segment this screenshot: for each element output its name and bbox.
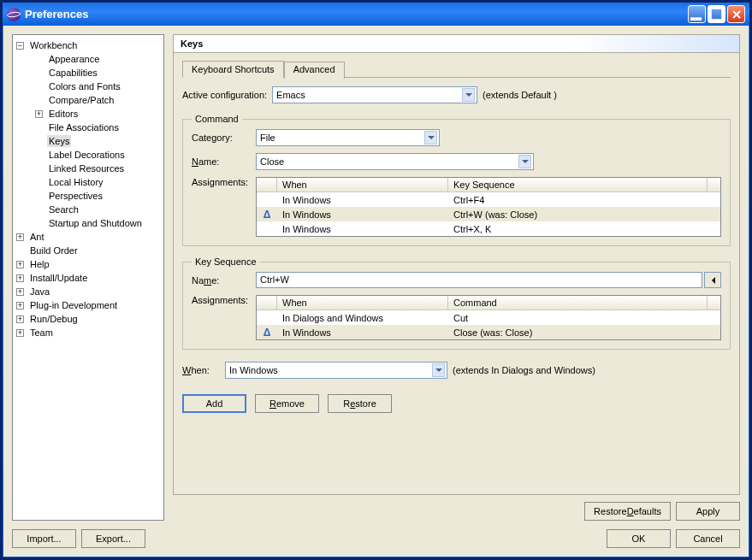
tree-item[interactable]: Compare/Patch [13, 93, 163, 107]
chevron-down-icon [462, 88, 475, 102]
tree-item[interactable]: File Associations [13, 121, 163, 134]
tree-item-label: Team [28, 327, 55, 339]
tree-item[interactable]: Local History [13, 175, 163, 189]
tree-item-label: Run/Debug [28, 313, 80, 325]
tree-item-label: Linked Resources [47, 162, 126, 174]
restore-defaults-button[interactable]: Restore Defaults [584, 502, 671, 521]
tree-item[interactable]: +Help [13, 257, 163, 271]
tree-item[interactable]: +Editors [13, 107, 163, 121]
tab-bar: Keyboard Shortcuts Advanced [182, 60, 731, 78]
restore-button[interactable]: Restore [328, 394, 392, 413]
when-select[interactable]: In Windows [225, 362, 447, 379]
tree-item[interactable]: +Ant [13, 230, 163, 244]
tree-item[interactable]: Capabilities [13, 66, 163, 80]
expand-icon[interactable]: + [16, 274, 24, 282]
keyseq-assignments-label: Assignments: [192, 295, 256, 305]
expand-icon[interactable]: + [16, 288, 24, 296]
tab-advanced[interactable]: Advanced [284, 62, 345, 79]
tree-item[interactable]: Label Decorations [13, 148, 163, 162]
ok-button[interactable]: OK [607, 529, 671, 548]
window-title: Preferences [25, 8, 688, 21]
minimize-button[interactable] [688, 5, 706, 23]
app-icon [7, 8, 21, 21]
category-select[interactable]: File [256, 129, 440, 146]
tree-item-label: File Associations [47, 121, 121, 133]
tree-item[interactable]: Appearance [13, 52, 163, 66]
tree-item-label: Perspectives [47, 190, 104, 202]
command-group: Command Category: File Name: Close [182, 114, 731, 246]
tree-item[interactable]: +Run/Debug [13, 312, 163, 326]
tree-item-label: Keys [47, 135, 71, 147]
delta-icon: Δ [263, 209, 271, 221]
delta-icon: Δ [263, 327, 271, 339]
command-name-label: Name: [192, 156, 256, 167]
svg-rect-1 [710, 8, 723, 21]
client-area: −WorkbenchAppearanceCapabilitiesColors a… [3, 26, 749, 557]
tree-item-label: Label Decorations [47, 149, 127, 161]
tree-item[interactable]: Startup and Shutdown [13, 216, 163, 230]
tree-item[interactable]: +Install/Update [13, 271, 163, 285]
chevron-down-icon [518, 155, 531, 168]
table-row[interactable]: ΔIn WindowsCtrl+W (was: Close) [257, 207, 720, 221]
chevron-down-icon [432, 363, 445, 377]
import-button[interactable]: Import... [12, 529, 76, 548]
key-sequence-group: Key Sequence Name: Ctrl+W Assignments: [182, 256, 731, 350]
table-row[interactable]: In WindowsCtrl+X, K [257, 221, 720, 236]
collapse-icon[interactable]: − [16, 42, 24, 50]
preferences-window: Preferences −WorkbenchAppearanceCapabili… [0, 0, 752, 560]
cancel-button[interactable]: Cancel [676, 529, 740, 548]
content-panel: Keys Keyboard Shortcuts Advanced Active … [173, 34, 740, 521]
tree-item-label: Search [47, 203, 80, 215]
expand-icon[interactable]: + [16, 329, 24, 337]
tree-item-label: Startup and Shutdown [47, 217, 144, 229]
active-config-select[interactable]: Emacs [272, 86, 477, 103]
tree-item-label: Install/Update [28, 272, 89, 284]
tree-item-label: Editors [47, 108, 80, 120]
tree-item[interactable]: Keys [13, 134, 163, 148]
expand-icon[interactable]: + [16, 315, 24, 323]
tree-item[interactable]: −Workbench [13, 38, 163, 52]
tree-item[interactable]: Perspectives [13, 189, 163, 203]
remove-button[interactable]: Remove [255, 394, 319, 413]
tree-item-label: Workbench [28, 39, 79, 51]
close-button[interactable] [727, 5, 745, 23]
tree-item[interactable]: +Plug-in Development [13, 298, 163, 312]
tree-item[interactable]: +Java [13, 285, 163, 298]
tree-item[interactable]: Colors and Fonts [13, 80, 163, 93]
keyseq-name-input[interactable]: Ctrl+W [256, 272, 702, 288]
category-tree[interactable]: −WorkbenchAppearanceCapabilitiesColors a… [12, 34, 164, 521]
tree-item-label: Appearance [47, 53, 101, 65]
tree-item-label: Ant [28, 231, 46, 243]
tree-item[interactable]: +Team [13, 326, 163, 339]
apply-button[interactable]: Apply [676, 502, 740, 521]
tree-item[interactable]: Build Order [13, 244, 163, 257]
tree-item-label: Local History [47, 176, 105, 188]
active-config-label: Active configuration: [182, 90, 267, 100]
tab-keyboard-shortcuts[interactable]: Keyboard Shortcuts [182, 61, 284, 78]
add-button[interactable]: Add [182, 394, 246, 413]
expand-icon[interactable]: + [35, 110, 43, 118]
tree-item-label: Plug-in Development [28, 299, 119, 311]
table-row[interactable]: ΔIn WindowsClose (was: Close) [257, 325, 720, 339]
expand-icon[interactable]: + [16, 261, 24, 268]
tree-item[interactable]: Linked Resources [13, 162, 163, 175]
table-row[interactable]: In WindowsCtrl+F4 [257, 192, 720, 207]
page-title: Keys [173, 34, 740, 53]
active-config-hint: (extends Default ) [483, 90, 557, 100]
tree-item[interactable]: Search [13, 203, 163, 216]
tree-item-label: Compare/Patch [47, 94, 115, 106]
keyseq-back-button[interactable] [704, 272, 721, 288]
export-button[interactable]: Export... [81, 529, 145, 548]
titlebar[interactable]: Preferences [3, 3, 749, 26]
expand-icon[interactable]: + [16, 302, 24, 309]
keyseq-assignments-table[interactable]: When Command In Dialogs and WindowsCutΔI… [256, 295, 721, 340]
tree-item-label: Java [28, 286, 51, 298]
table-row[interactable]: In Dialogs and WindowsCut [257, 310, 720, 325]
command-name-select[interactable]: Close [256, 153, 534, 170]
command-assignments-table[interactable]: When Key Sequence In WindowsCtrl+F4ΔIn W… [256, 177, 721, 237]
expand-icon[interactable]: + [16, 233, 24, 241]
tree-item-label: Build Order [28, 245, 80, 256]
footer: Import... Export... OK Cancel [12, 529, 740, 548]
maximize-button[interactable] [708, 5, 725, 23]
tree-item-label: Capabilities [47, 67, 99, 79]
